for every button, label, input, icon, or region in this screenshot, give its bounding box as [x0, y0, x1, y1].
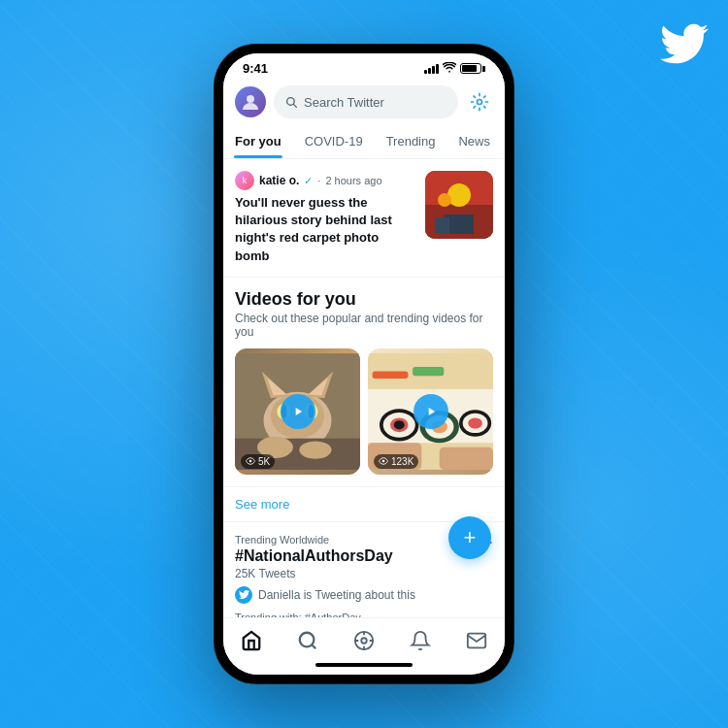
news-headline: You'll never guess the hilarious story b…	[235, 194, 415, 265]
tab-sports[interactable]: Sports	[502, 124, 505, 158]
status-bar: 9:41	[223, 53, 505, 80]
video-grid: 5K	[235, 348, 493, 475]
compose-tweet-button[interactable]: +	[448, 516, 491, 559]
svg-point-40	[382, 460, 385, 463]
svg-point-41	[300, 633, 314, 647]
trending-twitter-icon	[235, 586, 252, 604]
content-scroll[interactable]: k katie o. ✓ · 2 hours ago You'll never …	[223, 159, 505, 617]
nav-messages[interactable]	[448, 626, 505, 655]
svg-point-1	[478, 100, 482, 105]
trending-user-row: Daniella is Tweeting about this	[235, 586, 493, 604]
svg-point-22	[299, 441, 331, 458]
news-time: 2 hours ago	[325, 175, 381, 186]
nav-spaces[interactable]	[336, 626, 392, 655]
phone-screen: 9:41	[223, 53, 505, 675]
tab-for-you[interactable]: For you	[223, 124, 293, 158]
svg-point-29	[394, 420, 405, 429]
signal-bar-4	[436, 64, 439, 74]
signal-bar-3	[432, 66, 435, 74]
video-play-icon-2[interactable]	[414, 394, 448, 429]
news-thumbnail	[425, 171, 493, 239]
tabs-container: For you COVID-19 Trending News Sports	[223, 124, 505, 159]
settings-button[interactable]	[466, 88, 493, 116]
news-time-dot: ·	[317, 175, 320, 186]
spaces-icon	[353, 630, 375, 651]
video-thumb-sushi[interactable]: 123K	[368, 348, 493, 475]
twitter-bird-logo	[660, 19, 709, 68]
battery-body	[460, 63, 481, 74]
nav-home[interactable]	[223, 626, 280, 655]
videos-section: Videos for you Check out these popular a…	[223, 278, 505, 487]
svg-point-0	[247, 95, 254, 103]
svg-point-4	[447, 183, 471, 207]
videos-subtitle: Check out these popular and trending vid…	[235, 312, 493, 339]
battery-fill	[462, 65, 477, 72]
svg-rect-37	[413, 367, 444, 376]
search-header: Search Twitter	[223, 80, 505, 124]
user-avatar[interactable]	[235, 86, 266, 117]
status-time: 9:41	[243, 61, 268, 76]
trending-tweet-count: 25K Tweets	[235, 567, 493, 580]
svg-rect-7	[435, 217, 449, 234]
trending-with-label: Trending with: #AuthorDay	[235, 612, 493, 617]
home-icon	[241, 630, 262, 651]
news-author-name: katie o.	[259, 174, 299, 187]
svg-rect-36	[373, 371, 409, 378]
nav-notifications[interactable]	[392, 626, 448, 655]
svg-point-43	[361, 638, 367, 644]
signal-bar-1	[424, 70, 427, 74]
status-icons	[424, 62, 485, 76]
home-indicator-container	[223, 659, 505, 675]
video-play-icon-1[interactable]	[281, 394, 315, 429]
compose-icon: +	[464, 525, 477, 550]
notifications-icon	[410, 630, 431, 651]
search-icon	[285, 96, 298, 109]
wifi-icon	[443, 62, 456, 76]
search-nav-icon	[297, 630, 318, 651]
search-placeholder: Search Twitter	[304, 95, 384, 110]
bottom-nav	[223, 617, 505, 659]
video-view-count-1: 5K	[241, 454, 275, 469]
tab-trending[interactable]: Trending	[375, 124, 447, 158]
signal-bar-2	[428, 68, 431, 74]
tab-covid19[interactable]: COVID-19	[293, 124, 375, 158]
phone-frame: 9:41	[214, 44, 514, 684]
video-thumb-cat[interactable]: 5K	[235, 348, 360, 475]
videos-title: Videos for you	[235, 289, 493, 310]
signal-bars-icon	[424, 64, 439, 74]
trending-user-text: Daniella is Tweeting about this	[258, 588, 415, 602]
battery-icon	[460, 63, 485, 74]
svg-point-6	[438, 193, 451, 207]
svg-rect-39	[440, 447, 493, 470]
battery-tip	[482, 66, 485, 72]
svg-point-35	[468, 417, 482, 428]
news-card[interactable]: k katie o. ✓ · 2 hours ago You'll never …	[223, 159, 505, 278]
nav-search[interactable]	[280, 626, 336, 655]
messages-icon	[466, 630, 487, 651]
tab-news[interactable]: News	[447, 124, 502, 158]
verified-badge-icon: ✓	[304, 175, 313, 187]
news-author-avatar: k	[235, 171, 254, 190]
news-card-content: k katie o. ✓ · 2 hours ago You'll never …	[235, 171, 415, 265]
video-view-count-2: 123K	[374, 454, 418, 469]
news-author-row: k katie o. ✓ · 2 hours ago	[235, 171, 415, 190]
home-indicator	[315, 663, 413, 667]
search-bar[interactable]: Search Twitter	[274, 85, 458, 118]
svg-point-23	[249, 460, 252, 463]
